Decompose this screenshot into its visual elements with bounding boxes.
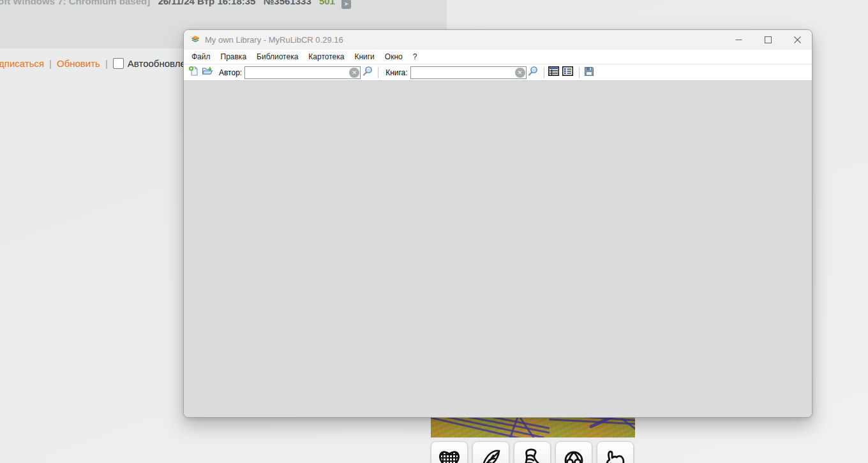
post-id[interactable]: №3561333: [264, 0, 311, 6]
post-header-fragment: oft Windows 7: Chromium based]: [0, 0, 150, 6]
new-document-icon: [188, 66, 199, 79]
maximize-button[interactable]: [753, 30, 782, 50]
toolbar: Автор: ✕ Книга: ✕: [184, 64, 812, 81]
author-clear-icon[interactable]: ✕: [349, 68, 359, 78]
window-controls: [724, 30, 812, 50]
external-link-icon[interactable]: ➤: [341, 0, 351, 9]
menu-bar: Файл Правка Библиотека Картотека Книги О…: [184, 50, 812, 64]
refresh-link[interactable]: Обновить: [57, 58, 100, 69]
captcha-option-boot[interactable]: [514, 441, 551, 463]
separator: |: [49, 58, 52, 69]
boot-icon: [520, 447, 545, 463]
table-view-button[interactable]: [548, 66, 560, 79]
menu-window[interactable]: Окно: [380, 52, 408, 61]
window-title: My own Library - MyRuLibCR 0.29.16: [205, 35, 343, 45]
post-datetime: 26/11/24 Втр 16:18:35: [158, 0, 255, 6]
minimize-button[interactable]: [724, 30, 753, 50]
menu-books[interactable]: Книги: [349, 52, 379, 61]
menu-library[interactable]: Библиотека: [251, 52, 303, 61]
search-icon: [527, 66, 538, 79]
menu-cardfile[interactable]: Картотека: [303, 52, 349, 61]
captcha-option-pretzel[interactable]: [555, 441, 592, 463]
captcha-buttons-row: [431, 441, 634, 463]
page-root: oft Windows 7: Chromium based] 26/11/24 …: [0, 0, 868, 463]
menu-edit[interactable]: Правка: [216, 52, 252, 61]
save-floppy-icon: [584, 66, 594, 79]
list-view-button[interactable]: [562, 66, 574, 79]
forum-post-header: oft Windows 7: Chromium based] 26/11/24 …: [0, 0, 351, 9]
captcha-option-camel[interactable]: [597, 441, 634, 463]
table-view-icon: [548, 66, 559, 78]
author-input[interactable]: [244, 66, 361, 79]
book-input[interactable]: [410, 66, 527, 79]
menu-help[interactable]: ?: [408, 52, 423, 61]
list-view-icon: [562, 66, 573, 78]
captcha-option-feather[interactable]: [472, 441, 509, 463]
post-reply-count[interactable]: 501: [319, 0, 335, 6]
feather-icon: [478, 447, 504, 463]
book-clear-icon[interactable]: ✕: [515, 68, 525, 78]
toolbar-separator: [579, 67, 580, 78]
subscribe-link[interactable]: дписаться: [0, 58, 44, 69]
search-icon: [362, 66, 373, 79]
autoupdate-checkbox[interactable]: [113, 58, 124, 69]
new-document-button[interactable]: [187, 66, 200, 79]
open-folder-icon: [202, 66, 213, 79]
thread-controls-row: дписаться | Обновить | Автообновление: [0, 58, 202, 69]
menu-file[interactable]: Файл: [186, 52, 216, 61]
toolbar-separator: [378, 67, 378, 78]
toolbar-separator: [544, 67, 544, 78]
book-search-button[interactable]: [527, 66, 539, 79]
book-label: Книга:: [385, 68, 407, 77]
separator: |: [105, 58, 108, 69]
app-books-icon: [190, 35, 200, 45]
save-button[interactable]: [583, 66, 595, 79]
open-folder-button[interactable]: [201, 66, 214, 79]
author-label: Автор:: [219, 68, 242, 77]
window-titlebar[interactable]: My own Library - MyRuLibCR 0.29.16: [184, 30, 812, 50]
book-input-wrap: ✕: [410, 66, 527, 79]
author-input-wrap: ✕: [244, 66, 361, 79]
author-search-button[interactable]: [361, 66, 373, 79]
window-client-area: [184, 81, 812, 417]
close-button[interactable]: [782, 30, 812, 50]
pretzel-icon: [561, 447, 587, 463]
app-window: My own Library - MyRuLibCR 0.29.16 Файл …: [183, 29, 812, 418]
camel-icon: [602, 447, 628, 463]
waffle-heart-icon: [437, 447, 462, 463]
captcha-option-waffle-heart[interactable]: [431, 441, 468, 463]
